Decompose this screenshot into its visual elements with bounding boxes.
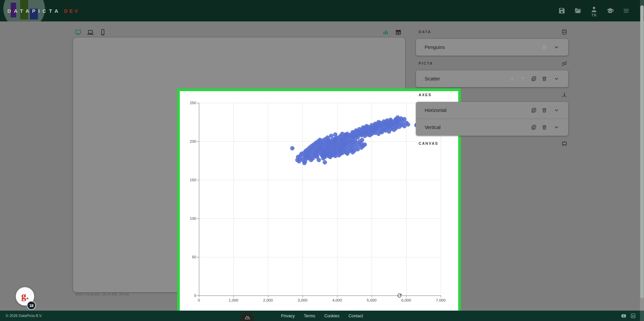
database-icon[interactable] xyxy=(561,29,568,35)
scatter-point xyxy=(337,135,341,140)
brand[interactable]: DATAPICTA DEV xyxy=(7,0,79,21)
copy-icon[interactable] xyxy=(531,76,537,82)
scatter-point xyxy=(345,132,350,136)
scatter-point xyxy=(376,120,381,124)
assistant-badge: 18 xyxy=(27,301,36,310)
y-tick-label: 50 xyxy=(182,255,196,259)
gridline-x-4000 xyxy=(337,103,337,296)
x-tick-label: 4,000 xyxy=(327,298,347,302)
item-actions xyxy=(531,107,559,113)
easel-icon[interactable] xyxy=(561,140,568,147)
chart-view-icon[interactable] xyxy=(382,29,389,36)
scatter-point xyxy=(360,138,364,142)
scrollbar-track[interactable] xyxy=(640,0,644,321)
assistant-widget[interactable]: g. 18 xyxy=(16,287,37,311)
desktop-preview-icon[interactable] xyxy=(74,29,82,36)
open-folder-icon[interactable] xyxy=(574,7,582,14)
gridline-y-250 xyxy=(199,103,441,103)
app-footer: © 2026 DataPicta B.V. PrivacyTermsCookie… xyxy=(0,311,644,321)
sidebar-item-penguins[interactable]: Penguins xyxy=(416,39,568,56)
mobile-preview-icon[interactable] xyxy=(99,29,106,36)
chevron-down-icon[interactable] xyxy=(553,124,559,130)
arrowup-icon xyxy=(520,76,526,82)
card-group-data: Penguins xyxy=(416,39,568,56)
arrowdown-icon xyxy=(509,76,515,82)
card-group-axes: HorizontalVertical xyxy=(416,102,568,136)
gridline-y-100 xyxy=(199,218,441,219)
scrollbar-thumb[interactable] xyxy=(640,5,644,298)
linkedin-icon[interactable] xyxy=(630,313,636,319)
hub-icon[interactable] xyxy=(561,92,568,98)
section-label-canvas: CANVAS xyxy=(419,141,438,145)
scatter-point xyxy=(318,138,322,142)
trash-icon[interactable] xyxy=(541,107,547,113)
gridline-x-2000 xyxy=(268,103,268,296)
preview-meta-text: 952x714 pixels, 16.24 KB, 25 ms xyxy=(75,292,129,296)
gridline-x-6000 xyxy=(406,103,407,296)
copy-icon[interactable] xyxy=(531,124,537,130)
item-actions xyxy=(509,76,559,82)
sidebar-item-label: Penguins xyxy=(425,45,541,50)
youtube-icon[interactable] xyxy=(620,313,627,319)
x-axis-line xyxy=(199,296,441,296)
mountain-logo-icon xyxy=(243,313,252,321)
gridline-x-1000 xyxy=(233,103,234,296)
chevron-down-icon[interactable] xyxy=(553,44,559,50)
sidebar: DATAPenguinsPICTAScatterAXESHorizontalVe… xyxy=(416,26,568,148)
gridline-x-3000 xyxy=(303,103,303,296)
section-header-axes: AXES xyxy=(419,90,568,99)
app-header: DATAPICTA DEV TN xyxy=(0,0,644,21)
chevron-down-icon[interactable] xyxy=(553,107,559,113)
section-header-canvas: CANVAS xyxy=(419,139,568,148)
header-actions: TN xyxy=(558,0,630,21)
trash-icon[interactable] xyxy=(541,76,547,82)
x-tick-label: 1,000 xyxy=(223,298,244,302)
account-button[interactable]: TN xyxy=(590,6,598,19)
sidebar-item-horizontal[interactable]: Horizontal xyxy=(416,102,568,119)
scatter-point xyxy=(404,121,409,125)
section-header-data: DATA xyxy=(419,27,568,36)
copy-icon[interactable] xyxy=(531,107,537,113)
footer-link-terms[interactable]: Terms xyxy=(304,314,315,318)
gridline-y-50 xyxy=(199,257,441,257)
item-actions xyxy=(531,124,559,130)
assistant-g-logo: g. xyxy=(21,290,29,302)
graduation-cap-icon[interactable] xyxy=(606,7,614,14)
user-initials: TN xyxy=(591,13,596,17)
footer-social xyxy=(620,311,636,321)
y-tick-label: 100 xyxy=(182,216,196,220)
laptop-preview-icon[interactable] xyxy=(87,29,94,36)
table-view-icon[interactable] xyxy=(395,29,402,36)
card-group-picta: Scatter xyxy=(416,70,568,87)
x-tick-label: 5,000 xyxy=(362,298,382,302)
y-tick-label: 250 xyxy=(182,101,196,105)
section-header-picta: PICTA xyxy=(419,59,568,68)
gridline-y-150 xyxy=(199,180,441,180)
item-actions xyxy=(541,44,559,50)
y-tick-label: 200 xyxy=(182,139,196,143)
y-axis-line xyxy=(199,103,199,296)
footer-link-cookies[interactable]: Cookies xyxy=(324,314,339,318)
linechart-icon[interactable] xyxy=(561,60,568,67)
y-tick-label: 0 xyxy=(182,294,196,298)
footer-link-contact[interactable]: Contact xyxy=(348,314,363,318)
brand-name: DATAPICTA xyxy=(7,8,61,14)
section-label-picta: PICTA xyxy=(419,61,433,65)
save-icon[interactable] xyxy=(558,7,566,14)
sidebar-item-label: Horizontal xyxy=(425,108,531,113)
trash-icon[interactable] xyxy=(541,124,547,130)
sidebar-item-scatter[interactable]: Scatter xyxy=(416,70,568,87)
hamburger-menu-icon[interactable] xyxy=(623,7,630,14)
app-root: DATAPICTA DEV TN 01,0002,0003,0004,0005,… xyxy=(0,0,644,321)
preview-card: 01,0002,0003,0004,0005,0006,0007,0000501… xyxy=(73,38,405,292)
brand-dev-badge: DEV xyxy=(64,8,79,14)
y-tick-label: 150 xyxy=(182,178,196,182)
section-label-axes: AXES xyxy=(419,93,432,97)
x-tick-label: 2,000 xyxy=(258,298,278,302)
view-toolbar xyxy=(382,29,402,36)
sidebar-item-vertical[interactable]: Vertical xyxy=(416,119,568,136)
x-tick-label: 7,000 xyxy=(431,298,451,302)
footer-link-privacy[interactable]: Privacy xyxy=(281,314,295,318)
refresh-icon[interactable] xyxy=(396,293,402,299)
chevron-down-icon[interactable] xyxy=(553,76,559,82)
